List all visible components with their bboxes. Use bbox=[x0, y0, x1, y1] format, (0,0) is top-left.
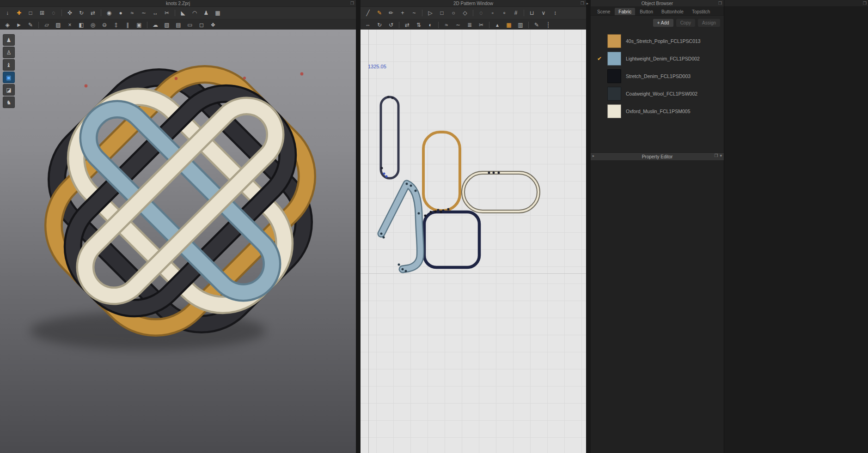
pattern-outline-icon[interactable]: ▱ bbox=[42, 20, 52, 30]
grainline-icon[interactable]: ↕ bbox=[550, 8, 560, 18]
screen-mode-icon[interactable]: ▣ bbox=[3, 72, 15, 83]
show-style-line-icon[interactable]: ◪ bbox=[3, 84, 15, 96]
internal-polygon-icon[interactable]: ◌ bbox=[476, 8, 486, 18]
pattern-piece-stretch-denim[interactable] bbox=[424, 211, 480, 268]
add-fabric-button[interactable]: + Add bbox=[653, 19, 673, 27]
pattern-piece-muslin[interactable] bbox=[463, 172, 538, 212]
fabric-row[interactable]: ✔ Stretch_Denim_FCL1PSD003 bbox=[591, 67, 724, 85]
toolbar-icon[interactable] bbox=[437, 21, 440, 29]
flatten-icon[interactable]: ▭ bbox=[185, 20, 195, 30]
mn-sewing-icon[interactable]: ≣ bbox=[465, 20, 475, 30]
edit-curve-point-icon[interactable]: ~ bbox=[409, 8, 419, 18]
measure-tape-icon[interactable]: ↔ bbox=[150, 8, 160, 18]
rectangle-tool-icon[interactable]: □ bbox=[437, 8, 447, 18]
fabric-row[interactable]: ✔ Coatweight_Wool_FCL1PSW002 bbox=[591, 85, 724, 103]
fabric-swatch[interactable] bbox=[607, 104, 621, 118]
fabric-swatch[interactable] bbox=[607, 52, 621, 66]
shrinkage-icon[interactable]: ▣ bbox=[134, 20, 144, 30]
float-panel-icon[interactable]: ❐ bbox=[581, 0, 584, 6]
uv-map-icon[interactable]: ◻ bbox=[196, 20, 207, 30]
edit-sewing-icon[interactable]: ✂ bbox=[476, 20, 486, 30]
tack-on-avatar-icon[interactable]: ● bbox=[116, 8, 126, 18]
guideline-icon[interactable]: ┆ bbox=[543, 20, 553, 30]
splitter-2d-browser[interactable]: ▸ bbox=[586, 0, 591, 453]
rotate-ccw-icon[interactable]: ↺ bbox=[386, 20, 396, 30]
pen-3d-icon[interactable]: ✎ bbox=[25, 20, 36, 30]
buttonhole-icon[interactable]: ⊖ bbox=[99, 20, 110, 30]
polygon-tool-icon[interactable]: ▷ bbox=[425, 8, 435, 18]
unfold-icon[interactable]: ◐ bbox=[425, 20, 435, 30]
toolbar-icon[interactable] bbox=[488, 21, 491, 29]
transform-pattern-icon[interactable]: ⇔ bbox=[363, 20, 373, 30]
titlebar-3d[interactable]: knots 2.Zprj ❐ bbox=[0, 0, 356, 7]
print-layout-icon[interactable]: ▥ bbox=[515, 20, 526, 30]
pattern-piece-wool-strip[interactable] bbox=[381, 96, 399, 179]
button-icon[interactable]: ◎ bbox=[88, 20, 98, 30]
object-browser-tab[interactable]: Scene bbox=[593, 8, 614, 15]
solidify-icon[interactable]: ▧ bbox=[162, 20, 172, 30]
segment-sew-icon[interactable]: ≈ bbox=[127, 8, 137, 18]
free-sewing-icon[interactable]: ∼ bbox=[453, 20, 463, 30]
toolbar-icon[interactable] bbox=[527, 21, 530, 29]
pattern-piece-denim-strip[interactable] bbox=[380, 183, 421, 272]
viewport-3d[interactable]: ♟ ♙ ♝ ▣ ◪ ♞ bbox=[0, 30, 356, 453]
object-browser-tab[interactable]: Fabric bbox=[615, 8, 635, 15]
toolbar-icon[interactable] bbox=[99, 9, 103, 17]
toolbar-icon[interactable] bbox=[421, 9, 424, 17]
copy-fabric-button[interactable]: Copy bbox=[676, 19, 695, 27]
wind-icon[interactable]: ◠ bbox=[189, 8, 200, 18]
segment-sewing-icon[interactable]: ≈ bbox=[441, 20, 452, 30]
float-panel-icon[interactable]: ❐ bbox=[863, 0, 867, 6]
flip-pattern-icon[interactable]: ⇄ bbox=[88, 8, 98, 18]
assign-fabric-button[interactable]: Assign bbox=[698, 19, 720, 27]
move-pattern-icon[interactable]: ✜ bbox=[65, 8, 75, 18]
avatar-display-icon[interactable]: ♟ bbox=[201, 8, 211, 18]
splitter-3d-2d[interactable] bbox=[356, 0, 361, 453]
fabric-row[interactable]: ✔ Lightweight_Denim_FCL1PSD002 bbox=[591, 50, 724, 67]
baste-icon[interactable]: × bbox=[65, 20, 75, 30]
zipper-icon[interactable]: ‡ bbox=[111, 20, 121, 30]
titlebar-object-browser[interactable]: Object Browser ❐ bbox=[591, 0, 724, 7]
show-avatar-icon[interactable]: ♟ bbox=[3, 34, 15, 46]
bind-icon[interactable]: ❖ bbox=[208, 20, 218, 30]
render-display-icon[interactable]: ▦ bbox=[213, 8, 223, 18]
notch-icon[interactable]: ∨ bbox=[538, 8, 549, 18]
fabric-swatch[interactable] bbox=[607, 69, 621, 83]
panel-menu-icon[interactable]: ▾ bbox=[720, 153, 722, 158]
box-select-icon[interactable]: □ bbox=[25, 8, 36, 18]
toolbar-icon[interactable] bbox=[173, 9, 177, 17]
rotate-pattern-icon[interactable]: ↻ bbox=[76, 8, 86, 18]
internal-rectangle-icon[interactable]: ▫ bbox=[488, 8, 498, 18]
annotation-icon[interactable]: ✎ bbox=[532, 20, 542, 30]
simulate-icon[interactable]: ↓ bbox=[2, 8, 12, 18]
fold-icon[interactable]: ◧ bbox=[76, 20, 86, 30]
edit-pattern-icon[interactable]: ╱ bbox=[363, 8, 373, 18]
scissors-icon[interactable]: ✂ bbox=[162, 8, 172, 18]
pose-editor-icon[interactable]: ◈ bbox=[2, 20, 12, 30]
toolbar-icon[interactable] bbox=[146, 21, 149, 29]
select-move-icon[interactable]: ✚ bbox=[14, 8, 24, 18]
show-mannequin-icon[interactable]: ♝ bbox=[3, 59, 15, 71]
pattern-canvas[interactable]: 1325.05 bbox=[361, 30, 586, 453]
fabric-swatch[interactable] bbox=[607, 34, 621, 48]
flip-horizontal-icon[interactable]: ⇄ bbox=[402, 20, 412, 30]
show-garment-icon[interactable]: ♙ bbox=[3, 47, 15, 58]
flip-vertical-icon[interactable]: ⇅ bbox=[414, 20, 424, 30]
internal-shape-icon[interactable]: ▨ bbox=[53, 20, 63, 30]
toolbar-icon[interactable] bbox=[471, 9, 475, 17]
circle-tool-icon[interactable]: ○ bbox=[448, 8, 458, 18]
grading-icon[interactable]: ▴ bbox=[492, 20, 502, 30]
toolbar-icon[interactable] bbox=[397, 21, 401, 29]
colorway-icon[interactable]: ▦ bbox=[504, 20, 514, 30]
pattern-piece-poplin[interactable] bbox=[423, 132, 460, 212]
float-panel-icon[interactable]: ❐ bbox=[718, 0, 722, 6]
lasso-select-icon[interactable]: ◌ bbox=[49, 8, 59, 18]
collapse-panel-icon[interactable]: ▸ bbox=[587, 1, 588, 6]
steam-icon[interactable]: ☁ bbox=[150, 20, 160, 30]
seam-allowance-icon[interactable]: ⊔ bbox=[527, 8, 537, 18]
fold-arrangement-icon[interactable]: ◣ bbox=[178, 8, 188, 18]
topstitch-icon[interactable]: ∥ bbox=[122, 20, 133, 30]
mesh-select-icon[interactable]: ⊞ bbox=[37, 8, 47, 18]
toolbar-icon[interactable] bbox=[60, 9, 63, 17]
dart-tool-icon[interactable]: ◇ bbox=[460, 8, 470, 18]
